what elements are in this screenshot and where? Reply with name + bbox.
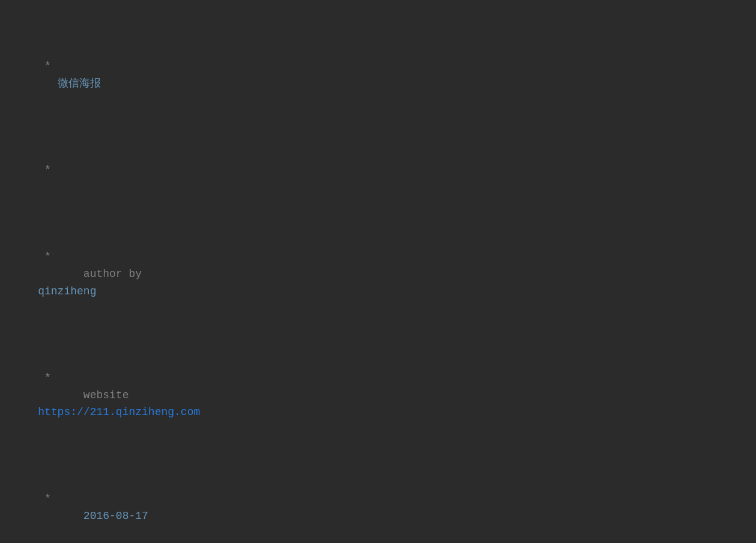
star: * (38, 164, 51, 176)
star: * (38, 372, 51, 384)
line-1: * 微信海报 (12, 41, 744, 110)
code-editor: * 微信海报 * * author by qinziheng * website… (12, 6, 744, 543)
author-label: author by (38, 268, 161, 280)
star: * (38, 493, 51, 505)
line-2: * (12, 144, 744, 196)
line-3: * author by qinziheng (12, 231, 744, 317)
line-4: * website https://211.qinziheng.com (12, 352, 744, 438)
title: 微信海报 (38, 77, 100, 89)
line-5: * 2016-08-17 (12, 473, 744, 542)
website-value: https://211.qinziheng.com (38, 406, 200, 418)
website-label: website (38, 389, 168, 401)
star: * (38, 250, 51, 262)
star: * (38, 60, 51, 72)
date-value: 2016-08-17 (38, 510, 148, 522)
author-value: qinziheng (38, 285, 96, 297)
